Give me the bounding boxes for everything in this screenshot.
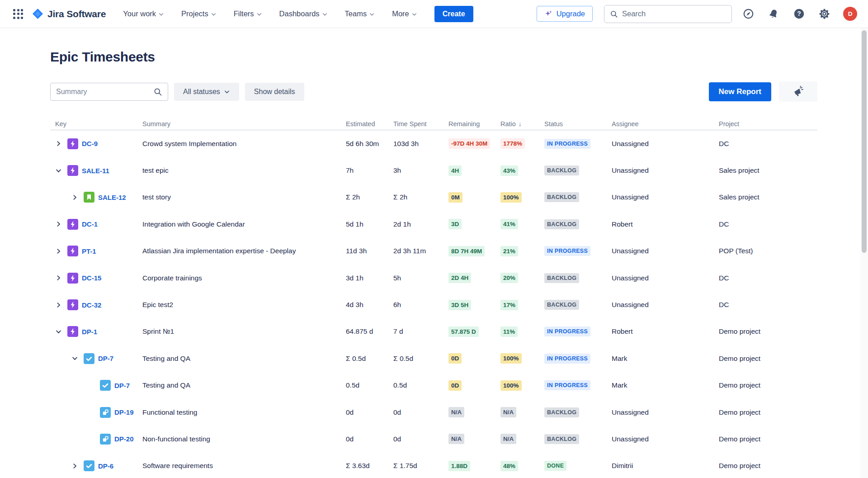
issue-summary: Software requirements <box>142 462 346 470</box>
remaining-badge: 0D <box>448 353 462 364</box>
new-report-button[interactable]: New Report <box>709 82 771 101</box>
help-button[interactable]: ? <box>793 8 805 20</box>
issue-summary: Functional testing <box>142 408 346 416</box>
expand-toggle-icon[interactable] <box>69 460 80 471</box>
jira-logo[interactable]: Jira Software <box>32 8 106 20</box>
remaining-badge: 3D <box>448 219 462 229</box>
toolbar: All statuses Show details New Report <box>50 81 817 102</box>
issue-summary: Atlassian Jira implementation expertise … <box>142 247 346 255</box>
issue-key-link[interactable]: DC-32 <box>82 301 101 309</box>
nav-item-projects[interactable]: Projects <box>181 9 217 18</box>
nav-item-filters[interactable]: Filters <box>234 9 262 18</box>
assignee: Robert <box>612 327 719 336</box>
column-header-assignee[interactable]: Assignee <box>612 120 719 128</box>
assignee: Unassigned <box>612 193 719 201</box>
nav-item-dashboards[interactable]: Dashboards <box>279 9 328 18</box>
column-header-remaining[interactable]: Remaining <box>448 120 500 128</box>
time-spent-value: 3h <box>393 166 448 175</box>
epic-icon <box>67 273 78 284</box>
task-icon <box>84 353 94 364</box>
status-filter-dropdown[interactable]: All statuses <box>174 83 239 101</box>
collapse-toggle-icon[interactable] <box>53 165 64 176</box>
estimated-value: Σ 0.5d <box>346 355 393 363</box>
ratio-badge: 43% <box>500 166 518 176</box>
announcement-button[interactable] <box>779 81 817 102</box>
status-badge: BACKLOG <box>544 434 579 444</box>
issue-key-link[interactable]: DP-6 <box>98 462 113 470</box>
estimated-value: 5d 1h <box>346 220 393 228</box>
time-spent-value: 5h <box>393 274 448 282</box>
app-switcher-icon[interactable] <box>11 7 25 21</box>
scrollbar[interactable] <box>860 28 868 478</box>
user-avatar[interactable]: D <box>843 7 857 21</box>
estimated-value: 7h <box>346 166 393 175</box>
status-badge: BACKLOG <box>544 273 579 283</box>
issue-summary: Sprint №1 <box>142 327 346 336</box>
chevron-down-icon <box>256 11 262 17</box>
question-icon: ? <box>793 8 805 20</box>
svg-text:?: ? <box>797 10 801 17</box>
discover-button[interactable] <box>742 8 755 20</box>
issue-summary: test story <box>142 193 346 201</box>
remaining-badge: 8D 7H 49M <box>448 246 485 256</box>
table-row: DC-9Crowd system Implementation5d 6h 30m… <box>50 130 817 157</box>
scrollbar-thumb[interactable] <box>862 30 867 253</box>
issue-key-link[interactable]: DP-19 <box>114 408 134 416</box>
table-row: SALE-11test epic7h3h4H43%BACKLOGUnassign… <box>50 157 817 184</box>
column-header-estimated[interactable]: Estimated <box>346 120 393 128</box>
table-header: KeySummaryEstimatedTime SpentRemainingRa… <box>50 118 817 130</box>
collapse-toggle-icon[interactable] <box>53 326 64 337</box>
estimated-value: 4d 3h <box>346 301 393 309</box>
settings-button[interactable] <box>818 8 830 20</box>
column-header-ratio[interactable]: Ratio↓ <box>500 120 544 128</box>
issue-summary: Integration with Google Calendar <box>142 220 346 228</box>
chevron-down-icon <box>322 11 328 17</box>
time-spent-value: 103d 3h <box>393 140 448 148</box>
issue-key-link[interactable]: DC-1 <box>82 220 98 228</box>
chevron-down-icon <box>411 11 417 17</box>
project: Demo project <box>719 462 817 470</box>
expand-toggle-icon[interactable] <box>53 273 64 284</box>
upgrade-button[interactable]: Upgrade <box>537 6 593 22</box>
search-input[interactable] <box>622 9 726 18</box>
column-header-status[interactable]: Status <box>544 120 612 128</box>
time-spent-value: 0.5d <box>393 381 448 389</box>
search-icon <box>153 87 162 96</box>
nav-item-more[interactable]: More <box>392 9 417 18</box>
column-header-time-spent[interactable]: Time Spent <box>393 120 448 128</box>
show-details-button[interactable]: Show details <box>245 83 304 101</box>
expand-toggle-icon[interactable] <box>53 299 64 310</box>
time-spent-value: Σ 2h <box>393 193 448 201</box>
column-header-summary[interactable]: Summary <box>142 120 346 128</box>
issue-key-link[interactable]: PT-1 <box>82 247 96 255</box>
issue-key-link[interactable]: DP-1 <box>82 328 97 336</box>
table-row: SALE-12test storyΣ 2hΣ 2h0M100%BACKLOGUn… <box>50 184 817 211</box>
chevron-spacer <box>85 380 96 391</box>
collapse-toggle-icon[interactable] <box>69 353 80 364</box>
expand-toggle-icon[interactable] <box>53 246 64 256</box>
nav-item-your-work[interactable]: Your work <box>123 9 164 18</box>
nav-icon-group: ? D <box>742 7 857 21</box>
expand-toggle-icon[interactable] <box>53 138 64 149</box>
issue-key-link[interactable]: DC-9 <box>82 140 98 147</box>
issue-key-link[interactable]: DC-15 <box>82 274 101 282</box>
table-row: DP-7Testing and QAΣ 0.5dΣ 0.5d0D100%IN P… <box>50 345 817 372</box>
issue-summary: Corporate trainings <box>142 274 346 282</box>
issue-key-link[interactable]: SALE-11 <box>82 167 109 175</box>
nav-item-teams[interactable]: Teams <box>345 9 375 18</box>
remaining-badge: 57.875 D <box>448 327 479 337</box>
expand-toggle-icon[interactable] <box>53 219 64 230</box>
issue-key-link[interactable]: DP-7 <box>98 355 113 362</box>
table-row: DP-7Testing and QA0.5d0.5d0D100%IN PROGR… <box>50 372 817 399</box>
issue-key-link[interactable]: SALE-12 <box>98 194 126 201</box>
issue-key-link[interactable]: DP-20 <box>114 435 134 443</box>
issue-key-link[interactable]: DP-7 <box>114 382 130 389</box>
expand-toggle-icon[interactable] <box>69 192 80 203</box>
nav-right-group: Upgrade <box>537 5 857 23</box>
table-row: DC-1Integration with Google Calendar5d 1… <box>50 211 817 237</box>
notifications-button[interactable] <box>767 8 780 20</box>
column-header-key[interactable]: Key <box>50 120 142 128</box>
summary-filter-input[interactable] <box>56 88 153 96</box>
column-header-project[interactable]: Project <box>719 120 817 128</box>
create-button[interactable]: Create <box>434 6 473 22</box>
